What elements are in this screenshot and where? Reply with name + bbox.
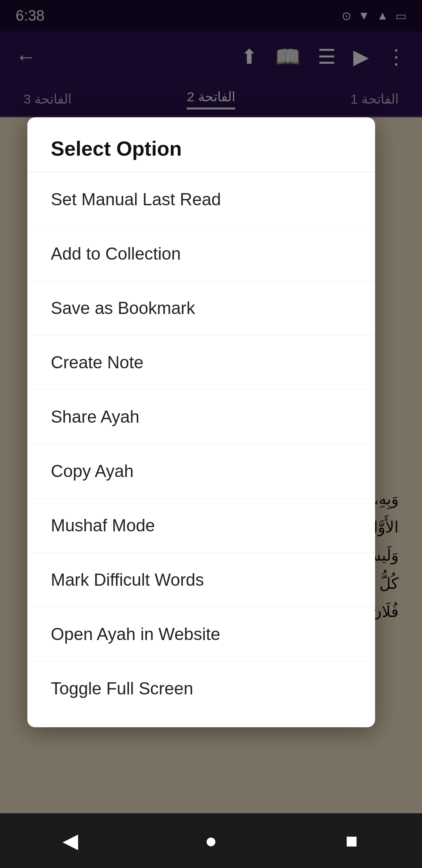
menu-item-share-ayah[interactable]: Share Ayah bbox=[27, 390, 375, 444]
nav-back-button[interactable]: ◀ bbox=[47, 825, 94, 856]
menu-item-mark-difficult-words[interactable]: Mark Difficult Words bbox=[27, 553, 375, 607]
menu-item-mushaf-mode[interactable]: Mushaf Mode bbox=[27, 499, 375, 553]
nav-recent-button[interactable]: ■ bbox=[328, 825, 375, 856]
nav-home-button[interactable]: ● bbox=[188, 825, 234, 856]
menu-item-save-as-bookmark[interactable]: Save as Bookmark bbox=[27, 281, 375, 335]
menu-item-add-to-collection[interactable]: Add to Collection bbox=[27, 227, 375, 281]
select-option-dialog: Select Option Set Manual Last Read Add t… bbox=[27, 117, 375, 727]
menu-item-toggle-full-screen[interactable]: Toggle Full Screen bbox=[27, 662, 375, 716]
menu-item-copy-ayah[interactable]: Copy Ayah bbox=[27, 444, 375, 499]
menu-item-open-ayah-in-website[interactable]: Open Ayah in Website bbox=[27, 607, 375, 662]
menu-item-set-manual-last-read[interactable]: Set Manual Last Read bbox=[27, 172, 375, 227]
dialog-title: Select Option bbox=[27, 137, 375, 172]
nav-bar: ◀ ● ■ bbox=[0, 813, 422, 868]
menu-item-create-note[interactable]: Create Note bbox=[27, 335, 375, 390]
